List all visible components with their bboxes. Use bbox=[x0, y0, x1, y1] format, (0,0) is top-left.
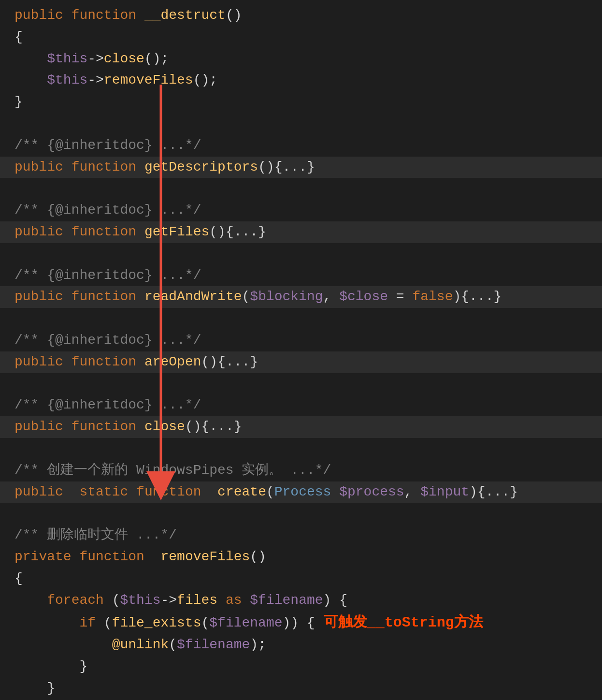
code-line: public function getFiles(){...} bbox=[0, 221, 602, 243]
code-line: /** {@inheritdoc} ...*/ bbox=[0, 200, 602, 221]
code-line: /** {@inheritdoc} ...*/ bbox=[0, 265, 602, 287]
code-line: public static function create(Process $p… bbox=[0, 481, 602, 503]
code-line: } bbox=[0, 91, 602, 113]
code-line bbox=[0, 503, 602, 525]
code-line: private function removeFiles() bbox=[0, 546, 602, 568]
code-line: public function __destruct() bbox=[0, 5, 602, 27]
annotation-text: 可触发__toString方法 bbox=[315, 614, 483, 631]
code-line: } bbox=[0, 678, 602, 700]
code-line: foreach ($this->files as $filename) { bbox=[0, 590, 602, 612]
code-line: @unlink($filename); bbox=[0, 634, 602, 656]
code-line: public function close(){...} bbox=[0, 416, 602, 438]
code-line: if (file_exists($filename)) { 可触发__toStr… bbox=[0, 611, 602, 634]
code-line: } bbox=[0, 656, 602, 678]
code-line bbox=[0, 308, 602, 330]
code-line bbox=[0, 113, 602, 135]
code-line bbox=[0, 373, 602, 395]
code-line: $this->close(); bbox=[0, 48, 602, 70]
code-line: public function getDescriptors(){...} bbox=[0, 157, 602, 178]
code-line: { bbox=[0, 27, 602, 48]
code-line: public function readAndWrite($blocking, … bbox=[0, 286, 602, 308]
code-block: public function __destruct() { $this->cl… bbox=[0, 0, 602, 700]
function-name-destruct: __destruct bbox=[144, 8, 226, 23]
code-line: /** {@inheritdoc} ...*/ bbox=[0, 394, 602, 416]
keyword-public: public bbox=[14, 8, 63, 23]
code-line: /** {@inheritdoc} ...*/ bbox=[0, 330, 602, 351]
code-line bbox=[0, 438, 602, 460]
code-line: { bbox=[0, 568, 602, 590]
code-line: public function areOpen(){...} bbox=[0, 351, 602, 373]
code-line bbox=[0, 178, 602, 200]
code-line: /** 创建一个新的 WindowsPipes 实例。 ...*/ bbox=[0, 460, 602, 481]
keyword-function: function bbox=[72, 8, 136, 23]
code-line: /** {@inheritdoc} ...*/ bbox=[0, 135, 602, 157]
code-line: $this->removeFiles(); bbox=[0, 70, 602, 91]
code-line bbox=[0, 243, 602, 265]
code-line: /** 删除临时文件 ...*/ bbox=[0, 525, 602, 546]
